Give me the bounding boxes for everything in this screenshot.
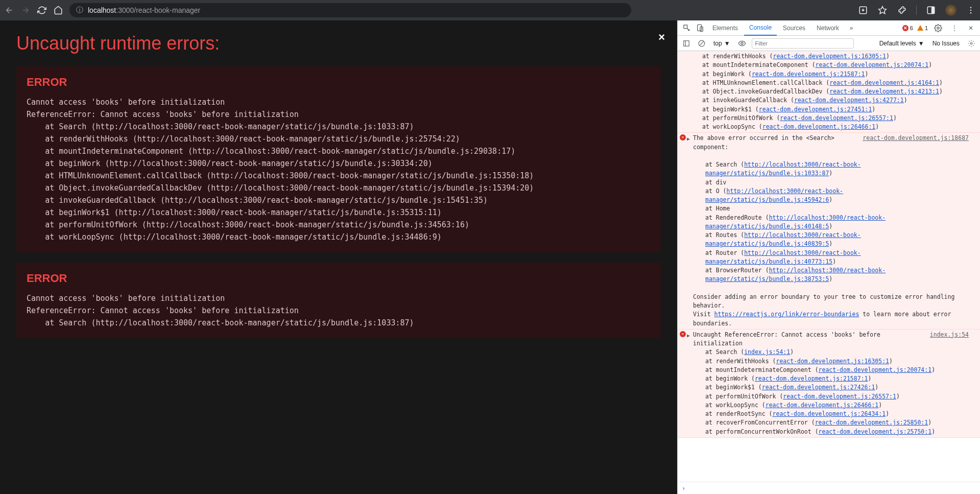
devtools-panel: Elements Console Sources Network » ✕6 1 … (677, 20, 980, 494)
source-link[interactable]: index.js:54:1 (744, 348, 790, 356)
source-link[interactable]: react-dom.development.js:4164:1 (829, 79, 939, 86)
clear-console-icon[interactable] (696, 38, 707, 49)
console-toolbar: top ▼ Default levels ▼ No Issues (678, 36, 980, 51)
source-link[interactable]: react-dom.development.js:16305:1 (776, 358, 889, 365)
kebab-icon[interactable]: ⋮ (948, 22, 961, 34)
error-stacktrace: ReferenceError: Cannot access 'books' be… (27, 304, 651, 329)
more-tabs-icon[interactable]: » (845, 22, 857, 34)
error-message: Cannot access 'books' before initializat… (27, 96, 651, 108)
expand-arrow-icon[interactable]: ▶ (687, 135, 690, 143)
browser-actions (858, 5, 976, 16)
error-stacktrace: ReferenceError: Cannot access 'books' be… (27, 108, 651, 243)
context-selector[interactable]: top ▼ (711, 39, 732, 48)
inspect-icon[interactable] (681, 22, 693, 34)
chevron-down-icon: ▼ (724, 40, 730, 47)
device-icon[interactable] (694, 22, 706, 34)
svg-point-5 (970, 10, 972, 11)
source-link[interactable]: react-dom.development.js:20074:1 (816, 61, 929, 68)
svg-rect-7 (684, 25, 687, 29)
svg-point-6 (970, 12, 972, 14)
console-log-entry: ✕ ▶ react-dom.development.js:18687 The a… (678, 133, 980, 330)
expand-arrow-icon[interactable]: ▶ (687, 332, 690, 339)
issues-status[interactable]: No Issues (933, 40, 960, 47)
svg-line-14 (700, 41, 704, 45)
browser-toolbar: ⓘ localhost:3000/react-book-manager (0, 0, 980, 20)
source-link[interactable]: react-dom.development.js:21587:1 (752, 70, 865, 78)
source-link[interactable]: react-dom.development.js:25750:1 (819, 428, 932, 435)
warning-count-badge[interactable]: 1 (917, 25, 928, 31)
source-link[interactable]: react-dom.development.js:26557:1 (780, 114, 893, 122)
error-heading: ERROR (27, 76, 651, 89)
reload-icon[interactable] (37, 5, 47, 15)
error-block: ERRORCannot access 'books' before initia… (16, 263, 661, 338)
extensions-icon[interactable] (897, 5, 907, 15)
error-count-badge[interactable]: ✕6 (902, 25, 913, 31)
svg-point-15 (741, 42, 743, 44)
back-icon[interactable] (4, 5, 14, 15)
source-link[interactable]: react-dom.development.js:16305:1 (773, 53, 886, 60)
overlay-title: Uncaught runtime errors: (16, 33, 661, 54)
console-output[interactable]: at renderWithHooks (react-dom.developmen… (678, 51, 980, 482)
divider (916, 6, 917, 15)
profile-avatar[interactable] (945, 5, 957, 16)
bookmark-icon[interactable] (877, 5, 888, 15)
forward-icon[interactable] (20, 5, 31, 15)
source-link[interactable]: react-dom.development.js:4213:1 (829, 88, 939, 95)
source-link[interactable]: react-dom.development.js:27426:1 (762, 384, 875, 391)
source-link[interactable]: react-dom.development.js:26434:1 (773, 410, 886, 417)
react-error-overlay: × Uncaught runtime errors: ERRORCannot a… (0, 20, 677, 494)
console-prompt[interactable]: › (678, 482, 980, 494)
sidebar-toggle-icon[interactable] (681, 38, 692, 49)
close-icon[interactable]: × (658, 31, 665, 44)
site-info-icon[interactable]: ⓘ (76, 6, 84, 14)
svg-point-4 (970, 7, 972, 8)
error-block: ERRORCannot access 'books' before initia… (16, 66, 661, 252)
source-link[interactable]: react-dom.development.js:21587:1 (755, 375, 868, 382)
install-icon[interactable] (858, 5, 868, 15)
chevron-down-icon: ▼ (918, 40, 924, 47)
source-link[interactable]: react-dom.development.js:26466:1 (762, 123, 876, 130)
error-message: Cannot access 'books' before initializat… (27, 292, 651, 304)
address-bar[interactable]: ⓘ localhost:3000/react-book-manager (69, 3, 631, 17)
error-icon: ✕ (680, 331, 686, 337)
source-link[interactable]: react-dom.development.js:20074:1 (819, 366, 932, 373)
source-link[interactable]: react-dom.development.js:27451:1 (759, 106, 872, 113)
tab-console[interactable]: Console (744, 20, 777, 36)
source-link[interactable]: react-dom.development.js:25850:1 (815, 419, 928, 426)
source-link[interactable]: react-dom.development.js:26557:1 (783, 393, 896, 400)
url-host: localhost (88, 6, 116, 14)
source-link[interactable]: react-dom.development.js:26466:1 (766, 402, 879, 409)
svg-rect-8 (698, 25, 702, 31)
svg-point-10 (937, 27, 939, 29)
menu-icon[interactable] (966, 5, 976, 15)
source-link[interactable]: index.js:54 (930, 331, 969, 339)
console-settings-icon[interactable] (966, 38, 977, 49)
tab-elements[interactable]: Elements (707, 20, 743, 36)
error-icon: ✕ (680, 134, 686, 140)
log-levels-selector[interactable]: Default levels ▼ (877, 39, 926, 48)
url-path: :3000/react-book-manager (116, 6, 200, 14)
devtools-toggle-icon[interactable] (926, 5, 936, 15)
svg-rect-3 (931, 7, 935, 14)
tab-network[interactable]: Network (811, 20, 844, 36)
source-link[interactable]: react-dom.development.js:4277:1 (794, 97, 904, 104)
svg-marker-1 (879, 7, 887, 14)
page-content: × Uncaught runtime errors: ERRORCannot a… (0, 20, 677, 494)
link[interactable]: https://reactjs.org/link/error-boundarie… (714, 311, 859, 318)
live-expression-icon[interactable] (736, 38, 748, 49)
console-log-entry: at renderWithHooks (react-dom.developmen… (678, 51, 980, 133)
devtools-tabs: Elements Console Sources Network » ✕6 1 … (678, 20, 980, 36)
svg-point-16 (970, 42, 972, 44)
svg-rect-11 (684, 40, 689, 46)
console-log-entry: ✕ ▶ index.js:54 Uncaught ReferenceError:… (678, 330, 980, 438)
settings-icon[interactable] (932, 22, 944, 34)
close-devtools-icon[interactable]: ✕ (965, 22, 977, 34)
filter-input[interactable] (752, 38, 854, 49)
home-icon[interactable] (53, 5, 63, 15)
tab-sources[interactable]: Sources (778, 20, 810, 36)
source-link[interactable]: react-dom.development.js:18687 (863, 134, 969, 143)
error-heading: ERROR (27, 272, 651, 285)
